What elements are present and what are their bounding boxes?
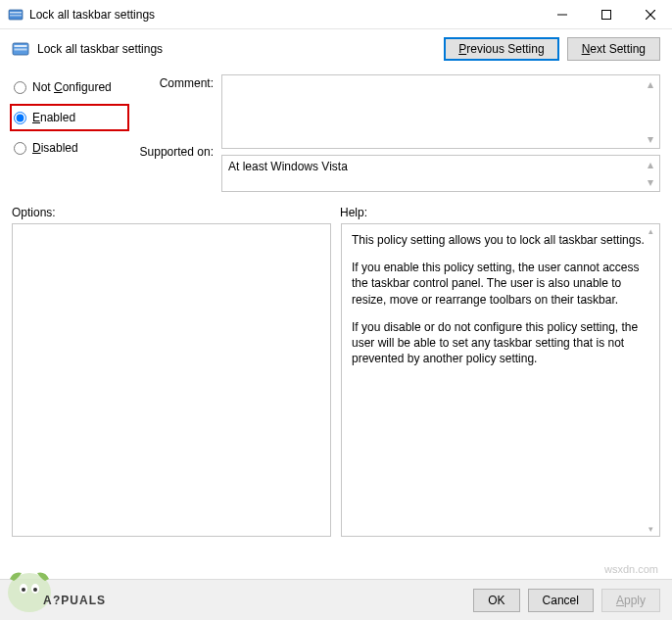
radio-not-configured-input[interactable]: [14, 81, 26, 94]
field-labels: Comment: Supported on:: [135, 74, 214, 192]
fields-col: ▴▾ At least Windows Vista ▴▾: [221, 74, 660, 192]
help-scroll-up-icon[interactable]: ▴: [644, 226, 657, 236]
options-label: Options:: [12, 206, 336, 219]
maximize-button[interactable]: [584, 0, 628, 28]
lower-panes: This policy setting allows you to lock a…: [0, 223, 672, 537]
policy-icon: [12, 40, 29, 58]
comment-label: Comment:: [160, 76, 214, 90]
previous-setting-button[interactable]: Previous Setting: [444, 37, 558, 61]
minimize-button[interactable]: [540, 0, 584, 28]
chevron-up-icon: ▴: [648, 158, 653, 171]
source-watermark: wsxdn.com: [604, 563, 658, 575]
window-title: Lock all taskbar settings: [29, 8, 540, 22]
help-p3: If you disable or do not configure this …: [352, 319, 649, 367]
comment-scroll[interactable]: ▴▾: [644, 77, 657, 146]
help-p2: If you enable this policy setting, the u…: [352, 260, 649, 308]
ok-button[interactable]: OK: [473, 589, 519, 612]
nav-buttons: Previous Setting Next Setting: [444, 37, 660, 61]
comment-textbox[interactable]: ▴▾: [221, 74, 660, 149]
radio-not-configured[interactable]: Not Configured: [12, 78, 127, 96]
titlebar: Lock all taskbar settings: [0, 0, 672, 29]
chevron-down-icon: ▾: [648, 132, 653, 146]
supported-label: Supported on:: [140, 145, 214, 159]
help-label: Help:: [336, 206, 660, 219]
apply-button: Apply: [601, 589, 660, 612]
chevron-up-icon: ▴: [648, 77, 653, 91]
lower-labels: Options: Help:: [0, 192, 672, 223]
svg-rect-1: [10, 12, 22, 14]
radio-disabled[interactable]: Disabled: [12, 139, 127, 157]
next-setting-button[interactable]: Next Setting: [567, 37, 660, 61]
svg-rect-8: [15, 45, 27, 47]
supported-scroll[interactable]: ▴▾: [644, 158, 657, 189]
close-button[interactable]: [628, 0, 672, 28]
app-icon: [8, 7, 24, 23]
chevron-down-icon: ▾: [648, 175, 653, 189]
svg-rect-9: [15, 49, 27, 51]
radio-enabled[interactable]: Enabled: [10, 104, 129, 131]
window-controls: [540, 0, 672, 28]
policy-title: Lock all taskbar settings: [37, 42, 436, 56]
footer: OK Cancel Apply: [0, 579, 672, 620]
help-p1: This policy setting allows you to lock a…: [352, 232, 649, 248]
radio-disabled-input[interactable]: [14, 142, 26, 155]
supported-textbox: At least Windows Vista ▴▾: [221, 155, 660, 192]
cancel-button[interactable]: Cancel: [528, 589, 594, 612]
radio-group: Not Configured Enabled Disabled: [12, 74, 127, 192]
options-pane: [12, 223, 331, 537]
help-scroll-down-icon[interactable]: ▾: [644, 524, 657, 534]
svg-rect-2: [10, 15, 22, 17]
help-pane: This policy setting allows you to lock a…: [341, 223, 660, 537]
upper-grid: Not Configured Enabled Disabled Comment:…: [0, 67, 672, 192]
supported-value: At least Windows Vista: [228, 160, 348, 173]
header-row: Lock all taskbar settings Previous Setti…: [0, 29, 672, 67]
radio-enabled-input[interactable]: [14, 112, 26, 124]
svg-rect-4: [601, 10, 610, 19]
